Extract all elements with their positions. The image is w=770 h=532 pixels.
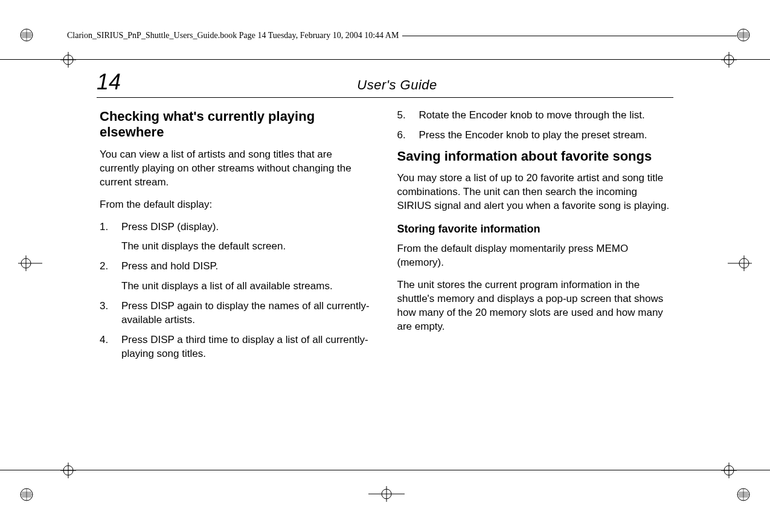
ordered-list-continued: 5. Rotate the Encoder knob to move throu… xyxy=(397,109,671,143)
reg-mark-top-right xyxy=(735,27,752,43)
subsection-heading: Storing favorite information xyxy=(397,222,671,236)
section-heading: Checking what's currently playing elsewh… xyxy=(100,109,373,141)
top-crop-rule xyxy=(0,59,770,60)
cross-mark xyxy=(728,255,752,271)
list-subtext: The unit displays the default screen. xyxy=(121,240,373,254)
list-item: 2. Press and hold DISP. The unit display… xyxy=(100,260,373,293)
cross-mark xyxy=(60,463,76,478)
body-paragraph: From the default display momentarily pre… xyxy=(397,242,671,270)
intro-paragraph: You may store a list of up to 20 favorit… xyxy=(397,171,671,213)
list-body: Press DISP again to display the names of… xyxy=(121,300,373,327)
reg-mark-top-left xyxy=(18,27,35,43)
list-body: Press the Encoder knob to play the prese… xyxy=(419,129,671,143)
list-text: Press DISP again to display the names of… xyxy=(121,300,373,327)
list-number: 6. xyxy=(397,129,419,143)
section-heading: Saving information about favorite songs xyxy=(397,149,671,164)
list-body: Rotate the Encoder knob to move through … xyxy=(419,109,671,123)
cross-mark xyxy=(721,463,737,478)
cross-mark xyxy=(368,486,405,502)
list-subtext: The unit displays a list of all availabl… xyxy=(121,280,373,293)
cross-mark xyxy=(60,52,76,68)
list-number: 1. xyxy=(100,220,121,254)
list-body: Press DISP (display). The unit displays … xyxy=(121,220,373,254)
lead-paragraph: From the default display: xyxy=(100,198,373,212)
list-text: Press and hold DISP. xyxy=(121,260,373,274)
header-rule xyxy=(402,36,737,36)
column-left: Checking what's currently playing elsewh… xyxy=(100,109,373,367)
list-number: 2. xyxy=(100,260,121,293)
list-body: Press DISP a third time to display a lis… xyxy=(121,333,373,361)
column-right: 5. Rotate the Encoder knob to move throu… xyxy=(397,109,671,367)
list-item: 4. Press DISP a third time to display a … xyxy=(100,333,373,361)
list-item: 6. Press the Encoder knob to play the pr… xyxy=(397,129,671,143)
body-paragraph: The unit stores the current program info… xyxy=(397,278,671,334)
header-filename-text: Clarion_SIRIUS_PnP_Shuttle_Users_Guide.b… xyxy=(63,31,402,40)
list-item: 5. Rotate the Encoder knob to move throu… xyxy=(397,109,671,123)
header-filename-line: Clarion_SIRIUS_PnP_Shuttle_Users_Guide.b… xyxy=(63,31,737,40)
doc-title: User's Guide xyxy=(121,77,673,93)
cross-mark xyxy=(721,52,737,68)
list-text: Rotate the Encoder knob to move through … xyxy=(419,109,671,123)
list-text: Press DISP a third time to display a lis… xyxy=(121,333,373,361)
list-number: 5. xyxy=(397,109,419,123)
list-body: Press and hold DISP. The unit displays a… xyxy=(121,260,373,293)
page-header: 14 User's Guide xyxy=(97,69,673,98)
cross-mark xyxy=(18,255,42,271)
list-text: Press DISP (display). xyxy=(121,220,373,234)
intro-paragraph: You can view a list of artists and song … xyxy=(100,148,373,190)
list-item: 3. Press DISP again to display the names… xyxy=(100,300,373,327)
list-text: Press the Encoder knob to play the prese… xyxy=(419,129,671,143)
ordered-list: 1. Press DISP (display). The unit displa… xyxy=(100,220,373,362)
bottom-crop-rule xyxy=(0,470,770,470)
content-columns: Checking what's currently playing elsewh… xyxy=(100,109,670,367)
list-item: 1. Press DISP (display). The unit displa… xyxy=(100,220,373,254)
page-number: 14 xyxy=(97,69,121,95)
reg-mark-bottom-left xyxy=(18,486,35,503)
reg-mark-bottom-right xyxy=(735,486,752,503)
list-number: 3. xyxy=(100,300,121,327)
list-number: 4. xyxy=(100,333,121,361)
